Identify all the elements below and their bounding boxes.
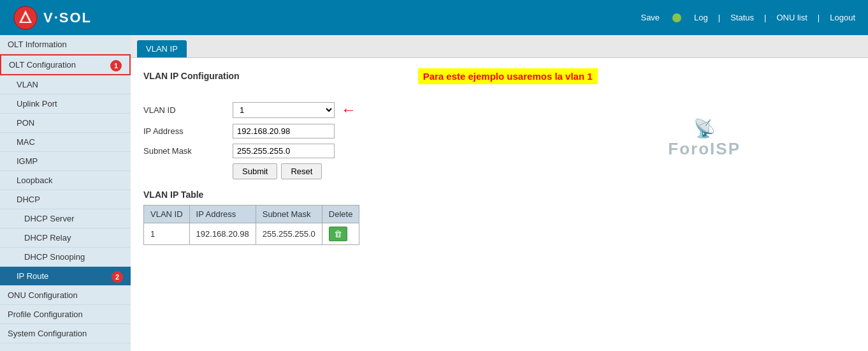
table-col-vlan-id: VLAN ID: [144, 205, 190, 223]
table-col-subnet-mask: Subnet Mask: [256, 205, 322, 223]
sidebar-item-olt-configuration[interactable]: OLT Configuration1: [0, 54, 131, 75]
vlan-ip-table: VLAN IDIP AddressSubnet MaskDelete 1192.…: [143, 205, 359, 245]
red-arrow-icon: ←: [341, 101, 356, 119]
cell-delete: 🗑: [322, 223, 359, 245]
sidebar-item-ip-route[interactable]: IP Route2: [0, 267, 131, 286]
badge-ip-route: 2: [112, 271, 123, 283]
table-row: 1192.168.20.98255.255.255.0🗑: [144, 223, 359, 245]
sidebar-item-onu-configuration[interactable]: ONU Configuration: [0, 286, 131, 305]
main-content: VLAN IP VLAN IP Configuration Para este …: [131, 35, 868, 351]
cell-ip_address: 192.168.20.98: [189, 223, 256, 245]
subnet-mask-label: Subnet Mask: [143, 146, 233, 156]
sidebar-item-dhcp-snooping[interactable]: DHCP Snooping: [0, 248, 131, 267]
header-nav: Log | Status | ONU list | Logout: [694, 13, 855, 22]
sidebar-item-igmp[interactable]: IGMP: [0, 152, 131, 171]
content-area: VLAN IP Configuration Para este ejemplo …: [131, 58, 868, 255]
vlan-id-row: VLAN ID 1 ←: [143, 101, 855, 119]
logout-link[interactable]: Logout: [830, 13, 855, 22]
status-indicator: [672, 13, 681, 22]
ip-address-row: IP Address: [143, 124, 855, 138]
sidebar-item-mac[interactable]: MAC: [0, 133, 131, 152]
logo-text: V·SOL: [43, 10, 92, 26]
annotation-text: Para este ejemplo usaremos la vlan 1: [418, 68, 598, 84]
cell-subnet_mask: 255.255.255.0: [256, 223, 322, 245]
tab-bar: VLAN IP: [131, 35, 868, 58]
main-layout: OLT InformationOLT Configuration1VLANUpl…: [0, 35, 868, 351]
submit-button[interactable]: Submit: [233, 163, 277, 179]
cell-vlan_id: 1: [144, 223, 190, 245]
table-title: VLAN IP Table: [143, 190, 855, 200]
ip-address-label: IP Address: [143, 126, 233, 136]
vlan-id-label: VLAN ID: [143, 105, 233, 115]
vlan-ip-table-section: VLAN IP Table VLAN IDIP AddressSubnet Ma…: [143, 190, 855, 245]
logo: V·SOL: [13, 5, 92, 31]
sidebar-item-dhcp[interactable]: DHCP: [0, 190, 131, 209]
sidebar-item-vlan[interactable]: VLAN: [0, 75, 131, 94]
save-label: Save: [640, 13, 660, 22]
subnet-mask-row: Subnet Mask: [143, 144, 855, 158]
sidebar-item-system-configuration[interactable]: System Configuration: [0, 324, 131, 343]
reset-button[interactable]: Reset: [281, 163, 322, 179]
sidebar-item-uplink-port[interactable]: Uplink Port: [0, 94, 131, 114]
form-buttons: Submit Reset: [233, 163, 855, 179]
ip-address-input[interactable]: [233, 124, 335, 138]
sidebar-item-dhcp-server[interactable]: DHCP Server: [0, 209, 131, 228]
table-col-delete: Delete: [322, 205, 359, 223]
sidebar-item-pon[interactable]: PON: [0, 114, 131, 133]
log-link[interactable]: Log: [694, 13, 708, 22]
sidebar: OLT InformationOLT Configuration1VLANUpl…: [0, 35, 131, 351]
badge-olt-configuration: 1: [110, 60, 122, 71]
delete-button[interactable]: 🗑: [329, 227, 347, 241]
vlan-ip-tab[interactable]: VLAN IP: [137, 40, 187, 57]
sidebar-item-profile-configuration[interactable]: Profile Configuration: [0, 305, 131, 324]
header: V·SOL Save Log | Status | ONU list | Log…: [0, 0, 868, 35]
subnet-mask-input[interactable]: [233, 144, 335, 158]
table-col-ip-address: IP Address: [189, 205, 256, 223]
vlan-id-select[interactable]: 1: [233, 102, 335, 118]
onu-list-link[interactable]: ONU list: [776, 13, 807, 22]
sidebar-item-dhcp-relay[interactable]: DHCP Relay: [0, 228, 131, 248]
status-link[interactable]: Status: [730, 13, 754, 22]
sidebar-item-olt-information[interactable]: OLT Information: [0, 35, 131, 54]
sidebar-item-loopback[interactable]: Loopback: [0, 171, 131, 190]
vsol-logo-icon: [13, 5, 38, 31]
form-title: VLAN IP Configuration: [143, 68, 240, 81]
header-right: Save Log | Status | ONU list | Logout: [640, 13, 855, 22]
